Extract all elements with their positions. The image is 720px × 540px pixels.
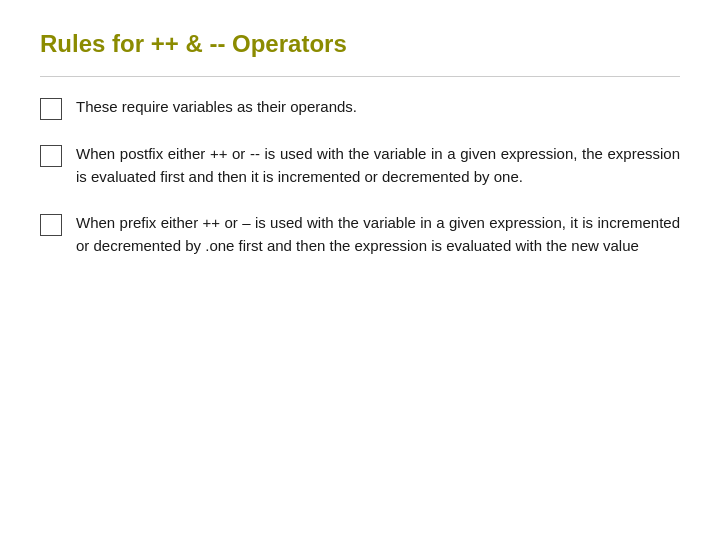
list-item: When prefix either ++ or – is used with … — [40, 211, 680, 258]
bullet-icon-2 — [40, 145, 62, 167]
bullet-text-2: When postfix either ++ or -- is used wit… — [76, 142, 680, 189]
bullet-text-3: When prefix either ++ or – is used with … — [76, 211, 680, 258]
list-item: These require variables as their operand… — [40, 95, 680, 120]
bullet-list: These require variables as their operand… — [40, 95, 680, 257]
bullet-icon-1 — [40, 98, 62, 120]
bullet-icon-3 — [40, 214, 62, 236]
slide-title: Rules for ++ & -- Operators — [40, 30, 680, 58]
slide: Rules for ++ & -- Operators These requir… — [0, 0, 720, 540]
list-item: When postfix either ++ or -- is used wit… — [40, 142, 680, 189]
title-divider — [40, 76, 680, 77]
bullet-text-1: These require variables as their operand… — [76, 95, 680, 118]
